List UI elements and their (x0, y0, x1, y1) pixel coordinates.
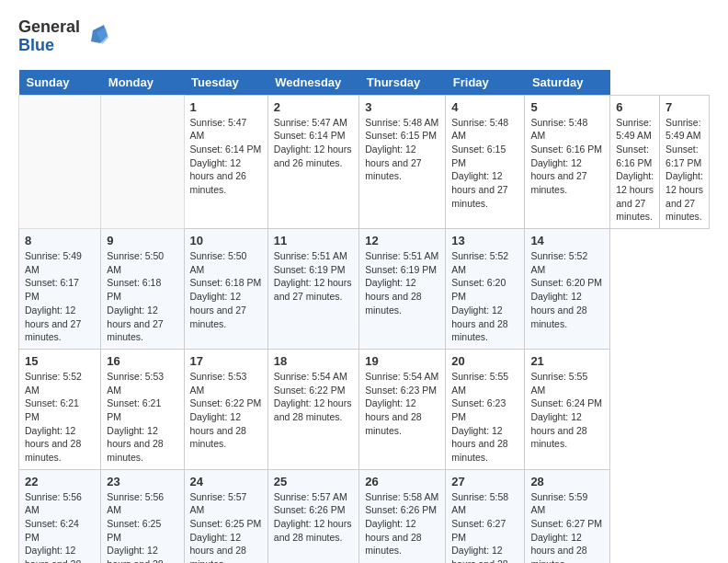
weekday-sunday: Sunday (19, 70, 101, 96)
calendar-cell: 23Sunrise: 5:56 AMSunset: 6:25 PMDayligh… (101, 469, 184, 563)
day-info: Sunrise: 5:54 AMSunset: 6:23 PMDaylight:… (365, 370, 439, 437)
calendar-cell: 21Sunrise: 5:55 AMSunset: 6:24 PMDayligh… (525, 349, 610, 469)
calendar-cell-empty (19, 95, 101, 229)
day-number: 23 (107, 475, 177, 488)
week-row-2: 8Sunrise: 5:49 AMSunset: 6:17 PMDaylight… (19, 229, 710, 350)
day-info: Sunrise: 5:48 AMSunset: 6:16 PMDaylight:… (530, 116, 604, 197)
day-number: 20 (451, 354, 518, 368)
calendar-cell: 1Sunrise: 5:47 AMSunset: 6:14 PMDaylight… (184, 95, 267, 229)
weekday-thursday: Thursday (359, 70, 446, 96)
weekday-tuesday: Tuesday (184, 70, 267, 96)
calendar-cell: 11Sunrise: 5:51 AMSunset: 6:19 PMDayligh… (267, 229, 358, 350)
day-number: 7 (665, 100, 703, 114)
day-info: Sunrise: 5:48 AMSunset: 6:15 PMDaylight:… (365, 116, 439, 183)
day-info: Sunrise: 5:56 AMSunset: 6:24 PMDaylight:… (25, 490, 95, 563)
day-info: Sunrise: 5:49 AMSunset: 6:16 PMDaylight:… (616, 116, 654, 224)
calendar-cell: 24Sunrise: 5:57 AMSunset: 6:25 PMDayligh… (184, 469, 267, 563)
weekday-friday: Friday (446, 70, 525, 96)
day-number: 1 (190, 100, 262, 114)
day-number: 22 (25, 475, 95, 488)
logo-icon (84, 23, 111, 51)
day-number: 27 (451, 475, 518, 488)
calendar-cell: 5Sunrise: 5:48 AMSunset: 6:16 PMDaylight… (525, 95, 610, 229)
day-number: 18 (274, 354, 353, 368)
week-row-3: 15Sunrise: 5:52 AMSunset: 6:21 PMDayligh… (19, 349, 710, 469)
calendar-cell: 19Sunrise: 5:54 AMSunset: 6:23 PMDayligh… (359, 349, 446, 469)
calendar-cell: 12Sunrise: 5:51 AMSunset: 6:19 PMDayligh… (359, 229, 446, 350)
day-info: Sunrise: 5:49 AMSunset: 6:17 PMDaylight:… (665, 116, 703, 224)
day-info: Sunrise: 5:55 AMSunset: 6:24 PMDaylight:… (530, 370, 604, 451)
calendar-cell: 26Sunrise: 5:58 AMSunset: 6:26 PMDayligh… (359, 469, 446, 563)
calendar-cell: 3Sunrise: 5:48 AMSunset: 6:15 PMDaylight… (359, 95, 446, 229)
calendar-cell: 13Sunrise: 5:52 AMSunset: 6:20 PMDayligh… (446, 229, 525, 350)
day-number: 14 (530, 234, 604, 247)
day-number: 5 (530, 100, 604, 114)
day-info: Sunrise: 5:53 AMSunset: 6:22 PMDaylight:… (190, 370, 262, 451)
day-number: 6 (616, 100, 654, 114)
logo: General Blue (18, 18, 111, 55)
day-info: Sunrise: 5:52 AMSunset: 6:20 PMDaylight:… (451, 249, 518, 344)
day-number: 13 (451, 234, 518, 247)
day-number: 15 (25, 354, 95, 368)
day-info: Sunrise: 5:49 AMSunset: 6:17 PMDaylight:… (25, 249, 95, 344)
day-info: Sunrise: 5:52 AMSunset: 6:21 PMDaylight:… (25, 370, 95, 465)
weekday-saturday: Saturday (525, 70, 610, 96)
calendar-cell-empty (101, 95, 184, 229)
calendar-cell: 18Sunrise: 5:54 AMSunset: 6:22 PMDayligh… (267, 349, 358, 469)
day-info: Sunrise: 5:54 AMSunset: 6:22 PMDaylight:… (274, 370, 353, 424)
logo-general: General (18, 17, 80, 36)
calendar-cell: 15Sunrise: 5:52 AMSunset: 6:21 PMDayligh… (19, 349, 101, 469)
calendar-cell: 28Sunrise: 5:59 AMSunset: 6:27 PMDayligh… (525, 469, 610, 563)
day-number: 2 (274, 100, 353, 114)
day-info: Sunrise: 5:48 AMSunset: 6:15 PMDaylight:… (451, 116, 518, 211)
day-info: Sunrise: 5:47 AMSunset: 6:14 PMDaylight:… (190, 116, 262, 197)
day-info: Sunrise: 5:47 AMSunset: 6:14 PMDaylight:… (274, 116, 353, 170)
day-number: 10 (190, 234, 262, 247)
day-number: 17 (190, 354, 262, 368)
day-info: Sunrise: 5:50 AMSunset: 6:18 PMDaylight:… (107, 249, 177, 344)
calendar-cell: 14Sunrise: 5:52 AMSunset: 6:20 PMDayligh… (525, 229, 610, 350)
calendar-cell: 10Sunrise: 5:50 AMSunset: 6:18 PMDayligh… (184, 229, 267, 350)
day-info: Sunrise: 5:52 AMSunset: 6:20 PMDaylight:… (530, 249, 604, 330)
day-number: 24 (190, 475, 262, 488)
day-number: 25 (274, 475, 353, 488)
day-number: 19 (365, 354, 439, 368)
day-info: Sunrise: 5:57 AMSunset: 6:26 PMDaylight:… (274, 490, 353, 545)
day-number: 21 (530, 354, 604, 368)
calendar-cell: 6Sunrise: 5:49 AMSunset: 6:16 PMDaylight… (610, 95, 660, 229)
day-number: 26 (365, 475, 439, 488)
calendar-cell: 17Sunrise: 5:53 AMSunset: 6:22 PMDayligh… (184, 349, 267, 469)
weekday-wednesday: Wednesday (267, 70, 358, 96)
calendar-cell: 8Sunrise: 5:49 AMSunset: 6:17 PMDaylight… (19, 229, 101, 350)
day-number: 12 (365, 234, 439, 247)
day-info: Sunrise: 5:50 AMSunset: 6:18 PMDaylight:… (190, 249, 262, 330)
calendar-cell: 27Sunrise: 5:58 AMSunset: 6:27 PMDayligh… (446, 469, 525, 563)
day-info: Sunrise: 5:51 AMSunset: 6:19 PMDaylight:… (274, 249, 353, 304)
day-number: 3 (365, 100, 439, 114)
calendar-cell: 7Sunrise: 5:49 AMSunset: 6:17 PMDaylight… (660, 95, 710, 229)
calendar-cell: 20Sunrise: 5:55 AMSunset: 6:23 PMDayligh… (446, 349, 525, 469)
calendar-cell: 2Sunrise: 5:47 AMSunset: 6:14 PMDaylight… (267, 95, 358, 229)
logo-blue: Blue (18, 36, 54, 54)
day-number: 9 (107, 234, 177, 247)
day-number: 8 (25, 234, 95, 247)
day-info: Sunrise: 5:58 AMSunset: 6:26 PMDaylight:… (365, 490, 439, 557)
week-row-1: 1Sunrise: 5:47 AMSunset: 6:14 PMDaylight… (19, 95, 710, 229)
day-info: Sunrise: 5:55 AMSunset: 6:23 PMDaylight:… (451, 370, 518, 465)
day-info: Sunrise: 5:57 AMSunset: 6:25 PMDaylight:… (190, 490, 262, 563)
calendar-cell: 16Sunrise: 5:53 AMSunset: 6:21 PMDayligh… (101, 349, 184, 469)
day-info: Sunrise: 5:51 AMSunset: 6:19 PMDaylight:… (365, 249, 439, 316)
calendar-cell: 9Sunrise: 5:50 AMSunset: 6:18 PMDaylight… (101, 229, 184, 350)
calendar-cell: 4Sunrise: 5:48 AMSunset: 6:15 PMDaylight… (446, 95, 525, 229)
calendar-cell: 22Sunrise: 5:56 AMSunset: 6:24 PMDayligh… (19, 469, 101, 563)
calendar-cell: 25Sunrise: 5:57 AMSunset: 6:26 PMDayligh… (267, 469, 358, 563)
day-number: 4 (451, 100, 518, 114)
weekday-monday: Monday (101, 70, 184, 96)
week-row-4: 22Sunrise: 5:56 AMSunset: 6:24 PMDayligh… (19, 469, 710, 563)
day-number: 16 (107, 354, 177, 368)
page-header: General Blue (18, 18, 710, 55)
day-info: Sunrise: 5:58 AMSunset: 6:27 PMDaylight:… (451, 490, 518, 563)
weekday-header-row: SundayMondayTuesdayWednesdayThursdayFrid… (19, 70, 710, 96)
day-info: Sunrise: 5:59 AMSunset: 6:27 PMDaylight:… (530, 490, 604, 563)
day-number: 28 (530, 475, 604, 488)
